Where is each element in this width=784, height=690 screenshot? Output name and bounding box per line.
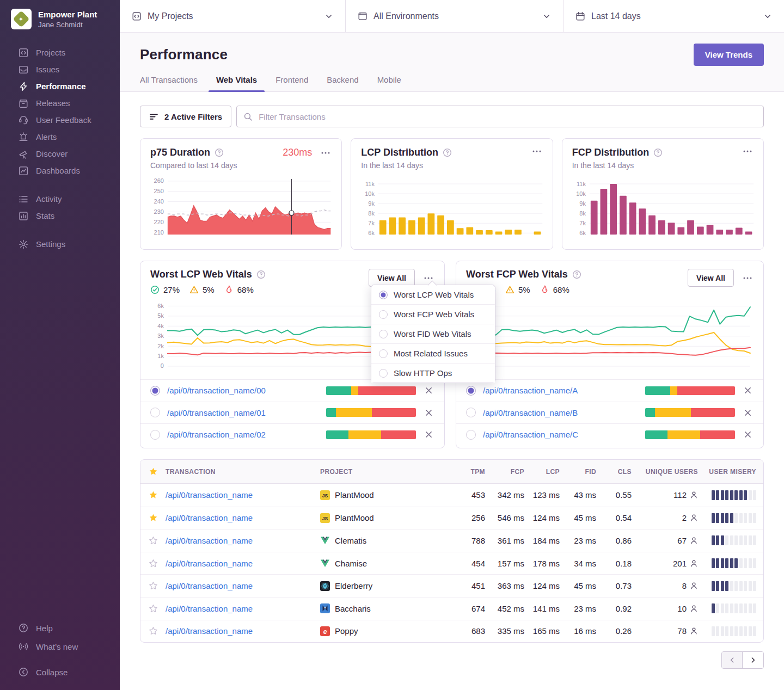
radio-button[interactable] xyxy=(466,386,476,396)
view-trends-button[interactable]: View Trends xyxy=(694,44,764,66)
project-filter[interactable]: My Projects xyxy=(120,0,346,32)
sidebar-item-stats[interactable]: Stats xyxy=(0,207,120,224)
sidebar-item-dashboards[interactable]: Dashboards xyxy=(0,162,120,179)
sidebar-item-user-feedback[interactable]: User Feedback xyxy=(0,112,120,128)
menu-option-worst-fcp-web-vitals[interactable]: Worst FCP Web Vitals xyxy=(371,304,495,324)
close-icon[interactable] xyxy=(742,385,754,396)
column-header-user-misery[interactable]: USER MISERY xyxy=(698,468,763,476)
star-toggle[interactable] xyxy=(140,513,166,522)
transaction-link[interactable]: /api/0/transaction_name/B xyxy=(483,408,638,417)
transaction-link[interactable]: /api/0/transaction_name xyxy=(166,513,253,522)
star-toggle[interactable] xyxy=(140,490,166,500)
menu-option-worst-fid-web-vitals[interactable]: Worst FID Web Vitals xyxy=(371,324,495,343)
radio-button[interactable] xyxy=(150,386,160,396)
star-toggle[interactable] xyxy=(140,604,166,613)
radio-button[interactable] xyxy=(379,291,388,299)
close-icon[interactable] xyxy=(742,429,754,440)
sidebar-item-what-s-new[interactable]: What’s new xyxy=(0,637,120,656)
menu-option-most-related-issues[interactable]: Most Related Issues xyxy=(371,343,495,363)
next-page-button[interactable] xyxy=(743,652,763,668)
fcp-value: 335 ms xyxy=(485,626,524,636)
view-all-button[interactable]: View All xyxy=(688,269,734,287)
project-name: PlantMood xyxy=(335,513,374,522)
column-header-fcp[interactable]: FCP xyxy=(485,468,524,476)
sidebar-item-activity[interactable]: Activity xyxy=(0,190,120,207)
column-header-project[interactable]: PROJECT xyxy=(320,468,446,476)
radio-button[interactable] xyxy=(379,369,388,378)
transaction-link[interactable]: /api/0/transaction_name xyxy=(166,536,253,545)
previous-page-button[interactable] xyxy=(722,652,743,668)
sidebar-item-alerts[interactable]: Alerts xyxy=(0,128,120,145)
question-circle-icon[interactable] xyxy=(653,148,663,157)
sidebar-item-releases[interactable]: Releases xyxy=(0,95,120,112)
sidebar-item-projects[interactable]: Projects xyxy=(0,44,120,61)
menu-option-worst-lcp-web-vitals[interactable]: Worst LCP Web Vitals xyxy=(371,285,495,304)
nav-group: Settings xyxy=(0,236,120,252)
sidebar-item-performance[interactable]: Performance xyxy=(0,78,120,95)
project-name: Baccharis xyxy=(335,604,371,613)
star-toggle[interactable] xyxy=(140,559,166,568)
sidebar-item-settings[interactable]: Settings xyxy=(0,236,120,252)
radio-button[interactable] xyxy=(379,330,388,338)
radio-button[interactable] xyxy=(466,430,476,440)
close-icon[interactable] xyxy=(423,407,434,418)
column-header-tpm[interactable]: TPM xyxy=(446,468,485,476)
radio-button[interactable] xyxy=(379,310,388,319)
sidebar-item-discover[interactable]: Discover xyxy=(0,145,120,162)
ellipsis-menu-button[interactable] xyxy=(742,274,754,282)
transaction-link[interactable]: /api/0/transaction_name xyxy=(166,626,253,636)
transaction-link[interactable]: /api/0/transaction_name/01 xyxy=(167,408,319,417)
star-toggle[interactable] xyxy=(140,626,166,636)
close-icon[interactable] xyxy=(742,407,754,418)
transaction-link[interactable]: /api/0/transaction_name xyxy=(166,581,253,590)
question-circle-icon[interactable] xyxy=(215,148,224,157)
star-column-header[interactable] xyxy=(140,467,166,476)
column-header-transaction[interactable]: TRANSACTION xyxy=(166,468,320,476)
sidebar-item-collapse[interactable]: Collapse xyxy=(0,663,120,681)
search-input[interactable] xyxy=(236,106,764,127)
tab-web-vitals[interactable]: Web Vitals xyxy=(216,75,257,91)
star-toggle[interactable] xyxy=(140,536,166,545)
transaction-link[interactable]: /api/0/transaction_name xyxy=(166,490,253,500)
radio-button[interactable] xyxy=(379,349,388,358)
date-range-filter[interactable]: Last 14 days xyxy=(564,0,784,32)
tab-frontend[interactable]: Frontend xyxy=(275,75,308,91)
question-circle-icon[interactable] xyxy=(256,270,266,279)
user-misery-bar xyxy=(698,535,763,545)
menu-option-slow-http-ops[interactable]: Slow HTTP Ops xyxy=(371,363,495,383)
tab-all-transactions[interactable]: All Transactions xyxy=(140,75,198,91)
tab-backend[interactable]: Backend xyxy=(327,75,358,91)
org-logo: ✦ xyxy=(11,9,32,29)
sidebar-item-label: Stats xyxy=(36,211,54,220)
collapse-icon xyxy=(19,667,28,677)
sidebar-item-label: What’s new xyxy=(36,642,78,651)
sidebar-item-help[interactable]: Help xyxy=(0,619,120,637)
close-icon[interactable] xyxy=(423,385,434,396)
transaction-link[interactable]: /api/0/transaction_name/C xyxy=(483,430,638,439)
radio-button[interactable] xyxy=(466,408,476,417)
ellipsis-menu-button[interactable] xyxy=(320,149,332,157)
column-header-cls[interactable]: CLS xyxy=(596,468,632,476)
column-header-lcp[interactable]: LCP xyxy=(524,468,560,476)
ellipsis-menu-button[interactable] xyxy=(531,147,543,156)
card-title: LCP Distribution xyxy=(361,147,438,158)
environment-filter[interactable]: All Environments xyxy=(346,0,564,32)
org-switcher[interactable]: ✦ Empower Plant Jane Schmidt xyxy=(0,0,120,29)
close-icon[interactable] xyxy=(423,429,434,440)
transaction-link[interactable]: /api/0/transaction_name/A xyxy=(483,386,638,395)
question-circle-icon[interactable] xyxy=(572,270,581,279)
tab-mobile[interactable]: Mobile xyxy=(377,75,401,91)
radio-button[interactable] xyxy=(150,430,160,440)
column-header-fid[interactable]: FID xyxy=(560,468,596,476)
star-toggle[interactable] xyxy=(140,581,166,590)
transaction-link[interactable]: /api/0/transaction_name xyxy=(166,604,253,613)
active-filters-button[interactable]: 2 Active Filters xyxy=(140,106,231,127)
question-circle-icon[interactable] xyxy=(443,148,452,157)
transaction-link[interactable]: /api/0/transaction_name/00 xyxy=(167,386,319,395)
transaction-link[interactable]: /api/0/transaction_name/02 xyxy=(167,430,319,439)
sidebar-item-issues[interactable]: Issues xyxy=(0,61,120,78)
radio-button[interactable] xyxy=(150,408,160,417)
ellipsis-menu-button[interactable] xyxy=(742,147,754,156)
column-header-unique-users[interactable]: UNIQUE USERS xyxy=(632,468,698,476)
transaction-link[interactable]: /api/0/transaction_name xyxy=(166,559,253,568)
